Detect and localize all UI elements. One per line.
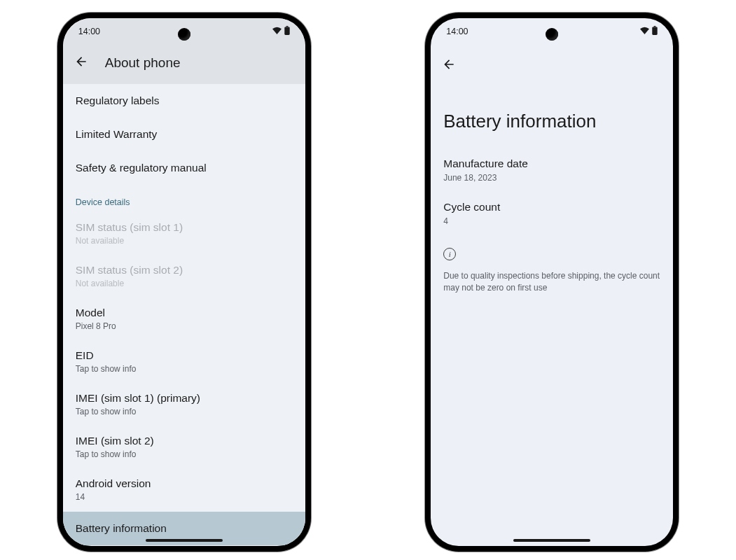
item-model[interactable]: Model Pixel 8 Pro [63, 298, 305, 341]
camera-hole [178, 28, 190, 41]
navigation-handle[interactable] [513, 539, 590, 542]
item-label: IMEI (sim slot 2) [76, 435, 293, 447]
item-sub: Not available [76, 236, 293, 246]
item-label: SIM status (sim slot 2) [76, 264, 293, 276]
item-eid[interactable]: EID Tap to show info [63, 341, 305, 384]
back-icon[interactable] [74, 55, 88, 71]
header: About phone [63, 45, 305, 84]
phone-frame-left: 14:00 About phone Regulator [57, 13, 311, 552]
item-sub: 14 [76, 492, 293, 502]
svg-rect-1 [284, 27, 289, 35]
item-sub: Tap to show info [76, 407, 293, 416]
item-sub: Tap to show info [76, 449, 293, 459]
item-label: Safety & regulatory manual [76, 162, 293, 174]
item-sub: Pixel 8 Pro [76, 321, 293, 331]
item-label: EID [76, 349, 293, 362]
item-safety-manual[interactable]: Safety & regulatory manual [63, 151, 305, 185]
page-title: About phone [105, 55, 181, 71]
item-label: Android version [76, 477, 293, 490]
item-label: Limited Warranty [76, 128, 293, 141]
header [431, 45, 673, 74]
item-limited-warranty[interactable]: Limited Warranty [63, 118, 305, 151]
info-icon: i [443, 248, 456, 260]
item-android-version[interactable]: Android version 14 [63, 469, 305, 512]
item-regulatory-labels[interactable]: Regulatory labels [63, 84, 305, 118]
info-value: 4 [443, 216, 660, 226]
status-time: 14:00 [78, 27, 100, 36]
phone-frame-right: 14:00 Battery information Manufacture da… [425, 13, 679, 552]
svg-rect-3 [653, 27, 658, 35]
info-label: Cycle count [443, 201, 660, 214]
battery-icon [284, 26, 290, 37]
back-icon[interactable] [442, 57, 456, 74]
item-label: Model [76, 307, 293, 319]
item-sim-status-2[interactable]: SIM status (sim slot 2) Not available [63, 255, 305, 298]
info-note-icon-row: i [431, 244, 673, 270]
info-manufacture-date: Manufacture date June 18, 2023 [431, 158, 673, 201]
camera-hole [546, 28, 558, 41]
info-value: June 18, 2023 [443, 173, 660, 183]
navigation-handle[interactable] [146, 539, 223, 542]
svg-rect-2 [654, 26, 656, 27]
settings-list: Regulatory labels Limited Warranty Safet… [63, 84, 305, 545]
info-cycle-count: Cycle count 4 [431, 201, 673, 244]
page-title: Battery information [431, 74, 673, 158]
item-label: Battery information [76, 522, 293, 535]
item-sub: Tap to show info [76, 364, 293, 374]
item-sub: Not available [76, 279, 293, 288]
item-label: IMEI (sim slot 1) (primary) [76, 392, 293, 405]
section-header: Device details [63, 185, 305, 213]
wifi-icon [272, 27, 282, 36]
item-imei-2[interactable]: IMEI (sim slot 2) Tap to show info [63, 426, 305, 469]
wifi-icon [640, 27, 649, 36]
item-sim-status-1[interactable]: SIM status (sim slot 1) Not available [63, 213, 305, 255]
svg-rect-0 [286, 26, 288, 27]
item-imei-1[interactable]: IMEI (sim slot 1) (primary) Tap to show … [63, 384, 305, 426]
info-label: Manufacture date [443, 158, 660, 170]
info-note-text: Due to quality inspections before shippi… [431, 270, 673, 294]
phone-screen-right: 14:00 Battery information Manufacture da… [431, 18, 673, 546]
status-time: 14:00 [446, 27, 468, 36]
phone-screen-left: 14:00 About phone Regulator [63, 18, 305, 546]
item-label: SIM status (sim slot 1) [76, 221, 293, 234]
item-label: Regulatory labels [76, 94, 293, 107]
battery-icon [652, 26, 658, 37]
